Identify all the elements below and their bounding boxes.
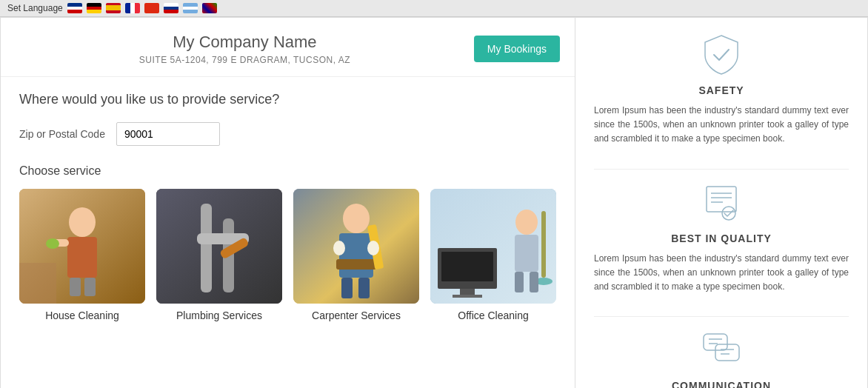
flag-ar[interactable] [183, 3, 198, 13]
flag-en[interactable] [67, 3, 82, 13]
svg-point-2 [69, 207, 96, 237]
my-bookings-button[interactable]: My Bookings [474, 36, 560, 62]
flag-es[interactable] [106, 3, 121, 13]
svg-rect-6 [84, 278, 96, 296]
svg-rect-28 [453, 295, 482, 298]
svg-rect-35 [707, 187, 736, 212]
svg-rect-33 [515, 272, 524, 292]
set-language-label: Set Language [7, 3, 63, 13]
service-card-cleaning[interactable]: House Cleaning [19, 189, 145, 321]
quality-title: BEST IN QUALITY [594, 233, 849, 244]
service-card-office[interactable]: Office Cleaning [430, 189, 556, 321]
left-panel: My Company Name SUITE 5A-1204, 799 E DRA… [0, 17, 575, 388]
plumbing-label: Plumbing Services [176, 310, 262, 321]
svg-rect-5 [70, 278, 81, 296]
feature-safety: SAFETY Lorem Ipsum has been the industry… [594, 33, 849, 147]
company-name: My Company Name [16, 33, 474, 52]
divider-1 [594, 169, 849, 170]
office-image [430, 189, 556, 304]
svg-rect-26 [441, 252, 493, 281]
zip-input[interactable] [116, 122, 220, 146]
plumbing-image [156, 189, 282, 304]
svg-rect-34 [530, 272, 538, 292]
company-header: My Company Name SUITE 5A-1204, 799 E DRA… [1, 18, 575, 77]
svg-rect-30 [515, 235, 538, 272]
company-info: My Company Name SUITE 5A-1204, 799 E DRA… [16, 33, 474, 65]
communication-title: COMMUNICATION [594, 380, 849, 388]
carpenter-label: Carpenter Services [312, 310, 401, 321]
svg-point-21 [367, 241, 379, 255]
svg-rect-22 [341, 278, 353, 298]
safety-text: Lorem Ipsum has been the industry's stan… [594, 104, 849, 147]
svg-rect-10 [156, 189, 282, 304]
svg-rect-31 [541, 211, 546, 278]
service-question: Where would you like us to provide servi… [19, 92, 556, 107]
svg-rect-23 [358, 278, 370, 298]
svg-rect-27 [460, 289, 475, 295]
svg-rect-17 [339, 233, 373, 278]
service-cards: House Cleaning [19, 189, 556, 321]
svg-point-7 [46, 238, 59, 249]
svg-point-20 [333, 241, 345, 255]
right-panel: SAFETY Lorem Ipsum has been the industry… [575, 17, 868, 388]
communication-icon [699, 328, 744, 372]
svg-rect-3 [67, 237, 97, 278]
svg-rect-18 [336, 259, 376, 270]
zip-row: Zip or Postal Code [19, 122, 556, 146]
choose-service-label: Choose service [19, 164, 556, 178]
cleaning-image [19, 189, 145, 304]
zip-label: Zip or Postal Code [19, 128, 105, 140]
safety-icon [699, 33, 744, 77]
carpenter-image [293, 189, 419, 304]
svg-point-29 [515, 210, 538, 235]
feature-communication: COMMUNICATION Lorem Ipsum has been the i… [594, 328, 849, 388]
flag-fr[interactable] [125, 3, 140, 13]
top-bar: Set Language [0, 0, 868, 17]
divider-2 [594, 316, 849, 317]
flag-ru[interactable] [164, 3, 178, 13]
safety-title: SAFETY [594, 84, 849, 96]
feature-quality: BEST IN QUALITY Lorem Ipsum has been the… [594, 181, 849, 295]
service-card-carpenter[interactable]: Carpenter Services [293, 189, 419, 321]
company-address: SUITE 5A-1204, 799 E DRAGRAM, TUCSON, AZ [16, 55, 474, 65]
svg-rect-8 [19, 263, 56, 304]
cleaning-label: House Cleaning [45, 310, 119, 321]
office-label: Office Cleaning [458, 310, 528, 321]
quality-text: Lorem Ipsum has been the industry's stan… [594, 252, 849, 295]
svg-point-16 [343, 204, 370, 233]
flag-de[interactable] [87, 3, 101, 13]
service-section: Where would you like us to provide servi… [1, 77, 575, 336]
flag-other[interactable] [202, 3, 217, 13]
svg-rect-11 [201, 204, 212, 292]
quality-icon [699, 181, 744, 225]
service-card-plumbing[interactable]: Plumbing Services [156, 189, 282, 321]
flag-zh[interactable] [144, 3, 159, 13]
